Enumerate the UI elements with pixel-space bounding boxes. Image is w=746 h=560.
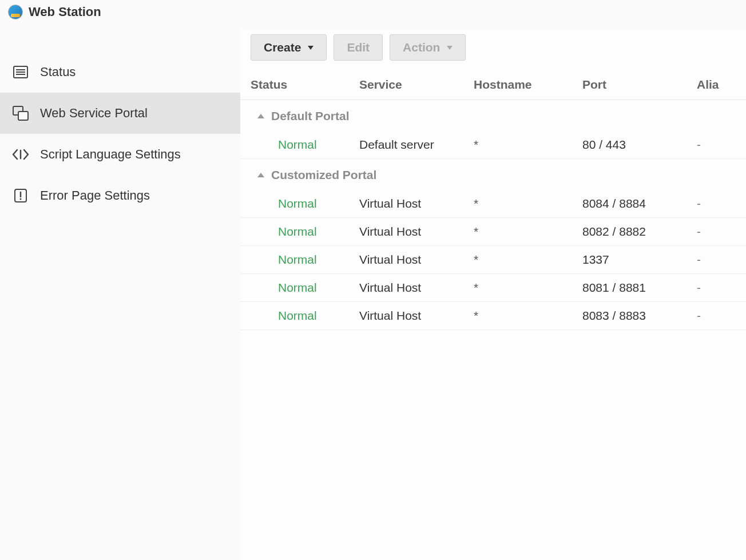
sidebar-item-label: Status — [40, 65, 76, 80]
cell-hostname: * — [474, 281, 582, 295]
cell-hostname: * — [474, 309, 582, 323]
table-row[interactable]: Normal Virtual Host * 8081 / 8881 - — [240, 274, 746, 302]
cell-alias: - — [697, 197, 746, 211]
app-body: Status Web Service Portal — [0, 29, 746, 560]
app-title: Web Station — [29, 5, 101, 19]
main-content: Create Edit Action Status Service Hostna… — [240, 29, 746, 560]
col-header-alias[interactable]: Alia — [697, 78, 746, 92]
cell-port: 8081 / 8881 — [582, 281, 697, 295]
cell-hostname: * — [474, 225, 582, 239]
toolbar: Create Edit Action — [240, 29, 746, 71]
cell-service: Virtual Host — [359, 225, 474, 239]
cell-port: 8084 / 8884 — [582, 197, 697, 211]
alert-icon — [11, 188, 30, 204]
cell-hostname: * — [474, 253, 582, 267]
cell-alias: - — [697, 253, 746, 267]
sidebar-item-web-service-portal[interactable]: Web Service Portal — [0, 93, 240, 134]
cell-port: 8082 / 8882 — [582, 225, 697, 239]
sidebar-item-label: Error Page Settings — [40, 188, 150, 203]
cell-alias: - — [697, 138, 746, 152]
cell-status: Normal — [251, 197, 359, 211]
cell-alias: - — [697, 225, 746, 239]
cell-status: Normal — [251, 138, 359, 152]
cell-port: 1337 — [582, 253, 697, 267]
svg-rect-5 — [18, 112, 28, 120]
group-header-default-portal[interactable]: Default Portal — [240, 100, 746, 131]
group-title: Customized Portal — [271, 168, 376, 182]
action-button[interactable]: Action — [390, 34, 466, 61]
app-window: Web Station Status — [0, 0, 746, 560]
cell-service: Default server — [359, 138, 474, 152]
create-button-label: Create — [264, 41, 301, 54]
table-row[interactable]: Normal Default server * 80 / 443 - — [240, 131, 746, 159]
sidebar-item-label: Script Language Settings — [40, 147, 181, 162]
cell-port: 80 / 443 — [582, 138, 697, 152]
cell-status: Normal — [251, 253, 359, 267]
edit-button[interactable]: Edit — [334, 34, 383, 61]
group-header-customized-portal[interactable]: Customized Portal — [240, 159, 746, 190]
cell-service: Virtual Host — [359, 197, 474, 211]
sidebar-item-error-page-settings[interactable]: Error Page Settings — [0, 175, 240, 216]
code-icon — [11, 146, 30, 162]
portal-table: Status Service Hostname Port Alia Defaul… — [240, 71, 746, 330]
action-button-label: Action — [403, 41, 440, 54]
cell-alias: - — [697, 281, 746, 295]
sidebar: Status Web Service Portal — [0, 29, 240, 560]
col-header-status[interactable]: Status — [251, 78, 359, 92]
cell-status: Normal — [251, 309, 359, 323]
svg-point-9 — [20, 198, 22, 200]
cell-hostname: * — [474, 197, 582, 211]
cell-service: Virtual Host — [359, 281, 474, 295]
cell-alias: - — [697, 309, 746, 323]
table-row[interactable]: Normal Virtual Host * 8083 / 8883 - — [240, 302, 746, 330]
titlebar: Web Station — [0, 0, 746, 29]
cell-service: Virtual Host — [359, 253, 474, 267]
col-header-service[interactable]: Service — [359, 78, 474, 92]
table-row[interactable]: Normal Virtual Host * 8084 / 8884 - — [240, 190, 746, 218]
col-header-port[interactable]: Port — [582, 78, 697, 92]
cell-port: 8083 / 8883 — [582, 309, 697, 323]
sidebar-item-status[interactable]: Status — [0, 51, 240, 93]
sidebar-item-label: Web Service Portal — [40, 106, 148, 121]
cell-status: Normal — [251, 281, 359, 295]
create-button[interactable]: Create — [251, 34, 327, 61]
chevron-down-icon — [308, 46, 314, 50]
app-icon — [8, 5, 23, 19]
portal-icon — [11, 105, 30, 121]
chevron-up-icon — [257, 173, 264, 177]
group-title: Default Portal — [271, 109, 350, 123]
col-header-hostname[interactable]: Hostname — [474, 78, 582, 92]
chevron-down-icon — [447, 46, 453, 50]
list-icon — [11, 64, 30, 80]
cell-hostname: * — [474, 138, 582, 152]
edit-button-label: Edit — [347, 41, 370, 54]
table-row[interactable]: Normal Virtual Host * 8082 / 8882 - — [240, 218, 746, 246]
cell-status: Normal — [251, 225, 359, 239]
table-row[interactable]: Normal Virtual Host * 1337 - — [240, 246, 746, 274]
sidebar-item-script-language-settings[interactable]: Script Language Settings — [0, 134, 240, 175]
cell-service: Virtual Host — [359, 309, 474, 323]
table-header-row: Status Service Hostname Port Alia — [240, 71, 746, 100]
chevron-up-icon — [257, 114, 264, 118]
